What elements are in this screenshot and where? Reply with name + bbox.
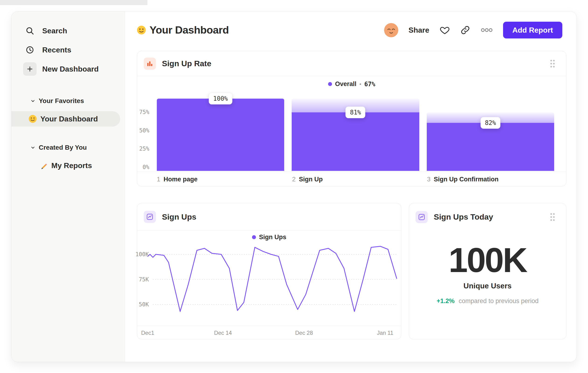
y-axis-label: 25% — [137, 145, 149, 152]
main-content: Your Dashboard Share — [125, 11, 577, 362]
signups-today-card: Sign Ups Today 100K Unique Users +1.2% c… — [409, 203, 566, 339]
x-axis-label: Dec1 — [141, 330, 154, 336]
topbar: Your Dashboard Share — [125, 21, 577, 40]
x-axis-label: Jan 11 — [377, 330, 393, 336]
topbar-actions: Share Add Report — [384, 21, 562, 40]
favorite-heart-button[interactable] — [440, 25, 450, 35]
drag-handle-icon[interactable] — [549, 213, 556, 222]
funnel-bar-3[interactable]: 82% — [427, 112, 554, 171]
created-section-header[interactable]: Created By You — [11, 141, 125, 155]
ellipsis-icon — [481, 28, 493, 32]
sidebar-item-label: My Reports — [51, 161, 92, 170]
conversion-tooltip: 82% — [480, 117, 500, 129]
y-axis-label: 100K — [135, 251, 149, 258]
legend-label: Overall — [335, 81, 357, 88]
line-legend: Sign Ups — [137, 231, 401, 244]
line-chart-icon — [144, 211, 156, 223]
y-axis-label: 75% — [137, 108, 149, 116]
line-chart-svg — [147, 244, 397, 326]
chevron-down-icon — [30, 145, 35, 150]
smiley-face-icon — [28, 114, 37, 123]
funnel-bars: 100%81%82% — [157, 99, 554, 171]
more-options-button[interactable] — [481, 28, 493, 32]
kpi-delta-note: compared to previous period — [459, 297, 538, 304]
y-axis-label: 50% — [137, 127, 149, 134]
funnel-bar-fill — [292, 112, 419, 171]
conversion-tooltip: 100% — [209, 93, 232, 104]
funnel-x-axis: 1Home page2Sign Up3Sign Up Confirmation — [137, 171, 566, 187]
kpi-delta-row: +1.2% compared to previous period — [409, 297, 566, 305]
sidebar-item-your-dashboard[interactable]: Your Dashboard — [11, 111, 120, 127]
kpi-value: 100K — [409, 243, 566, 277]
funnel-bar-2[interactable]: 81% — [292, 99, 419, 171]
smiley-face-icon — [136, 25, 146, 35]
user-avatar[interactable] — [384, 23, 398, 37]
sidebar-item-label: Your Dashboard — [40, 115, 98, 123]
app-window: Search Recents New Dashboard Your — [11, 11, 577, 362]
drag-handle-icon[interactable] — [549, 59, 556, 68]
funnel-bar-fill — [157, 99, 284, 171]
sidebar-item-search[interactable]: Search — [11, 21, 125, 40]
y-axis-label: 50K — [135, 301, 149, 308]
x-axis-label: Dec 28 — [295, 330, 313, 336]
pencil-icon — [40, 161, 48, 170]
sidebar-item-label: Recents — [42, 46, 71, 54]
funnel-step-label: 1Home page — [157, 176, 198, 183]
funnel-bar-fill — [427, 123, 554, 171]
line-chart-icon — [416, 211, 428, 223]
sidebar-item-my-reports[interactable]: My Reports — [11, 157, 125, 174]
legend-label: Sign Ups — [259, 234, 286, 241]
card-title: Sign Ups Today — [434, 212, 493, 222]
bar-chart-icon — [144, 58, 156, 70]
sidebar-item-recents[interactable]: Recents — [11, 40, 125, 60]
signups-line-series — [148, 246, 397, 312]
sidebar-item-new-dashboard[interactable]: New Dashboard — [11, 60, 125, 79]
sidebar-item-label: Search — [42, 27, 67, 35]
funnel-bar-1[interactable]: 100% — [157, 99, 284, 171]
funnel-legend: Overall • 67% — [137, 76, 566, 92]
background-window-edge — [0, 0, 147, 5]
legend-value: 67% — [364, 81, 375, 88]
sidebar-item-label: New Dashboard — [42, 65, 99, 73]
kpi-label: Unique Users — [409, 282, 566, 290]
card-title: Sign Up Rate — [162, 59, 211, 68]
legend-dot — [328, 82, 332, 86]
conversion-tooltip: 81% — [346, 107, 365, 118]
page-title: Your Dashboard — [150, 24, 229, 36]
card-title: Sign Ups — [162, 212, 196, 222]
x-axis-label: Dec 14 — [214, 330, 232, 336]
add-report-button[interactable]: Add Report — [503, 22, 562, 39]
funnel-step-label: 3Sign Up Confirmation — [427, 176, 499, 183]
line-chart-plot[interactable]: 100K75K50K — [147, 244, 397, 326]
line-x-axis: Dec1Dec 14Dec 28Jan 11 — [137, 326, 401, 340]
search-icon — [23, 26, 37, 35]
signup-rate-card: Sign Up Rate Overall • 67% 75%50%25%0% 1… — [137, 51, 566, 186]
section-title: Created By You — [39, 144, 87, 151]
favorites-section-header[interactable]: Your Favorites — [11, 94, 125, 108]
funnel-step-label: 2Sign Up — [292, 176, 323, 183]
link-icon — [460, 25, 470, 35]
legend-separator: • — [359, 81, 361, 87]
chevron-down-icon — [30, 98, 35, 103]
card-header: Sign Up Rate — [137, 51, 566, 76]
copy-link-button[interactable] — [460, 25, 470, 35]
sidebar: Search Recents New Dashboard Your — [11, 11, 125, 362]
y-axis-label: 0% — [137, 163, 149, 171]
heart-icon — [440, 25, 450, 35]
share-button[interactable]: Share — [409, 26, 429, 34]
clock-icon — [23, 45, 37, 54]
signups-card: Sign Ups Sign Ups 100K75K50K Dec1Dec 14D… — [137, 203, 401, 339]
card-header: Sign Ups Today — [409, 203, 566, 231]
kpi-delta: +1.2% — [437, 297, 454, 304]
card-header: Sign Ups — [137, 203, 401, 231]
page-title-group: Your Dashboard — [136, 21, 229, 40]
y-axis-label: 75K — [135, 276, 149, 283]
plus-icon — [23, 62, 37, 76]
section-title: Your Favorites — [39, 97, 84, 105]
legend-dot — [252, 235, 256, 239]
